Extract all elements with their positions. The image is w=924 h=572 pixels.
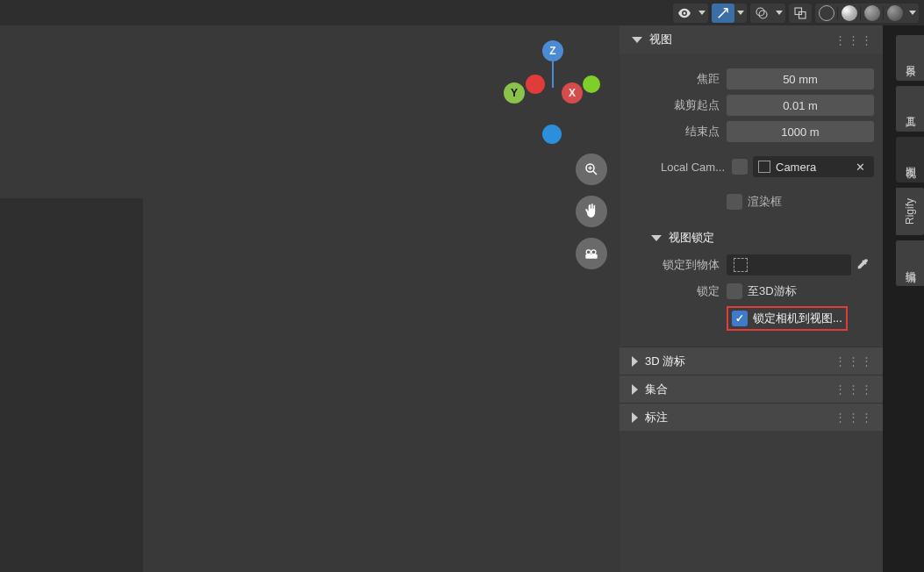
- gizmo-y-axis[interactable]: Y: [504, 82, 525, 104]
- section-collection[interactable]: 集合 ⋮⋮⋮: [620, 375, 883, 403]
- vertical-tabs: 条目 工具 视图 Rigify 编辑: [896, 35, 924, 286]
- gizmo-axis-line: [552, 60, 554, 88]
- tab-edit[interactable]: 编辑: [896, 240, 924, 286]
- camera-view-icon[interactable]: [576, 238, 607, 269]
- header-visibility-group: [673, 4, 708, 23]
- navigation-gizmo[interactable]: Z Y X: [504, 40, 600, 146]
- svg-rect-4: [799, 11, 806, 18]
- expand-icon: [632, 37, 642, 43]
- clip-end-label: 结束点: [632, 124, 727, 139]
- row-local-camera: Local Cam... Camera ✕: [620, 154, 883, 180]
- viewport-header: [0, 0, 924, 25]
- svg-rect-3: [795, 8, 802, 15]
- clip-end-field[interactable]: 1000 m: [727, 121, 874, 142]
- grip-icon[interactable]: ⋮⋮⋮: [834, 411, 874, 424]
- camera-icon: [758, 161, 770, 173]
- header-overlay-group: [750, 4, 785, 23]
- shading-solid[interactable]: [838, 4, 861, 23]
- row-lock-camera: 锁定相机到视图...: [620, 304, 883, 332]
- header-shading-group: [815, 4, 919, 23]
- row-focal: 焦距 50 mm: [620, 66, 883, 92]
- header-gizmo-group: [712, 4, 747, 23]
- zoom-icon[interactable]: [576, 154, 607, 185]
- expand-icon: [651, 235, 662, 241]
- gizmo-neg-axis-1[interactable]: [526, 75, 545, 94]
- render-frame-checkbox[interactable]: [727, 194, 742, 210]
- collapse-icon: [632, 412, 638, 423]
- section-view-body: 焦距 50 mm 裁剪起点 0.01 m 结束点 1000 m Local Ca…: [620, 54, 883, 347]
- row-render-frame: 渲染框: [620, 189, 883, 215]
- tab-tool[interactable]: 工具: [896, 86, 924, 132]
- visibility-icon[interactable]: [673, 4, 696, 23]
- header-xray-group: [789, 4, 812, 23]
- xray-toggle[interactable]: [789, 4, 812, 23]
- tab-view[interactable]: 视图: [896, 137, 924, 182]
- gizmo-z-axis[interactable]: Z: [542, 40, 563, 61]
- tab-rigify-label: Rigify: [904, 198, 916, 225]
- pan-icon[interactable]: [576, 196, 607, 227]
- eyedropper-icon[interactable]: [851, 257, 874, 274]
- lock-camera-checkbox[interactable]: [732, 311, 748, 326]
- lock-3d-cursor-label: 至3D游标: [748, 283, 797, 299]
- gizmo-neg-axis-2[interactable]: [583, 75, 600, 93]
- n-panel: 视图 ⋮⋮⋮ 焦距 50 mm 裁剪起点 0.01 m 结束点 1000 m L…: [620, 25, 883, 572]
- focal-label: 焦距: [632, 71, 727, 87]
- row-lock-3d: 锁定 至3D游标: [620, 278, 883, 304]
- section-annotation-title: 标注: [645, 410, 668, 425]
- section-view-title: 视图: [649, 32, 672, 47]
- camera-name: Camera: [776, 161, 816, 174]
- section-annotation[interactable]: 标注 ⋮⋮⋮: [620, 403, 883, 431]
- gizmo-x-axis[interactable]: X: [562, 82, 583, 104]
- shading-dropdown[interactable]: [906, 4, 919, 23]
- lock-3d-cursor-checkbox[interactable]: [727, 283, 742, 299]
- lock-to-object-label: 锁定到物体: [632, 257, 727, 273]
- visibility-dropdown[interactable]: [696, 4, 708, 23]
- svg-point-0: [684, 11, 686, 14]
- shading-material[interactable]: [861, 4, 884, 23]
- tab-rigify[interactable]: Rigify: [896, 188, 924, 235]
- row-clip-start: 裁剪起点 0.01 m: [620, 92, 883, 118]
- render-frame-label: 渲染框: [748, 194, 782, 210]
- row-lock-object: 锁定到物体: [620, 252, 883, 278]
- overlay-dropdown[interactable]: [773, 4, 785, 23]
- viewport-nav-tools: [576, 154, 607, 269]
- tab-item[interactable]: 条目: [896, 35, 924, 81]
- local-camera-checkbox[interactable]: [732, 159, 748, 175]
- section-view-lock-title: 视图锁定: [669, 230, 714, 246]
- lock-object-field[interactable]: [727, 254, 851, 275]
- shading-rendered[interactable]: [884, 4, 906, 23]
- clip-start-label: 裁剪起点: [632, 97, 727, 113]
- collapse-icon: [632, 356, 638, 367]
- viewport-shaded-region: [0, 198, 143, 572]
- section-view[interactable]: 视图 ⋮⋮⋮: [620, 25, 883, 54]
- gizmo-z-label: Z: [549, 45, 555, 57]
- clip-start-field[interactable]: 0.01 m: [727, 95, 874, 116]
- gizmo-neg-axis-3[interactable]: [542, 125, 562, 144]
- section-3d-cursor-title: 3D 游标: [645, 354, 685, 369]
- grip-icon[interactable]: ⋮⋮⋮: [834, 383, 874, 396]
- gizmo-x-label: X: [569, 87, 576, 99]
- section-view-lock[interactable]: 视图锁定: [620, 224, 883, 252]
- shading-wireframe[interactable]: [815, 4, 838, 23]
- grip-icon[interactable]: ⋮⋮⋮: [834, 33, 874, 46]
- camera-clear-icon[interactable]: ✕: [852, 161, 869, 174]
- focal-field[interactable]: 50 mm: [727, 68, 874, 89]
- gizmo-y-label: Y: [511, 87, 518, 99]
- local-camera-label: Local Cam...: [632, 161, 732, 174]
- section-3d-cursor[interactable]: 3D 游标 ⋮⋮⋮: [620, 347, 883, 375]
- section-collection-title: 集合: [645, 382, 668, 397]
- object-icon: [734, 258, 748, 272]
- grip-icon[interactable]: ⋮⋮⋮: [834, 354, 874, 368]
- overlay-toggle[interactable]: [750, 4, 773, 23]
- svg-rect-11: [585, 254, 597, 259]
- row-clip-end: 结束点 1000 m: [620, 118, 883, 145]
- gizmo-toggle[interactable]: [712, 4, 734, 23]
- camera-field[interactable]: Camera ✕: [753, 156, 874, 177]
- lock-camera-label: 锁定相机到视图...: [753, 311, 842, 326]
- gizmo-dropdown[interactable]: [734, 4, 747, 23]
- collapse-icon: [632, 384, 638, 395]
- svg-line-6: [593, 171, 597, 175]
- lock-label: 锁定: [632, 283, 727, 299]
- lock-camera-highlight: 锁定相机到视图...: [727, 306, 848, 331]
